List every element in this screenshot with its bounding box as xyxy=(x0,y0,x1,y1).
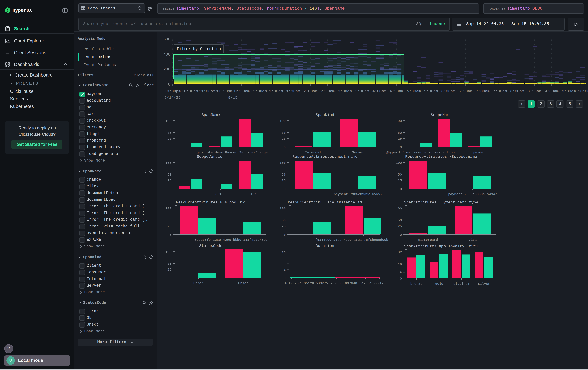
svg-text:25: 25 xyxy=(168,137,171,140)
svg-text:25: 25 xyxy=(282,137,286,140)
svg-text:0: 0 xyxy=(284,145,286,149)
svg-text:Filter by Selection: Filter by Selection xyxy=(177,47,221,51)
svg-text:0: 0 xyxy=(169,276,171,280)
svg-text:999176: 999176 xyxy=(373,281,386,285)
svg-text:4: 4 xyxy=(284,268,286,272)
svg-text:7:00am: 7:00am xyxy=(476,89,490,93)
svg-text:ScopeVersion: ScopeVersion xyxy=(197,155,225,159)
svg-text:50: 50 xyxy=(168,173,171,177)
svg-text:payment-7985c8969c-mwmw7: payment-7985c8969c-mwmw7 xyxy=(448,192,497,196)
svg-text:50: 50 xyxy=(282,131,286,135)
svg-text:0: 0 xyxy=(400,277,402,280)
svg-text:600: 600 xyxy=(163,37,170,41)
svg-text:0.1.0: 0.1.0 xyxy=(215,192,225,196)
svg-text:807648: 807648 xyxy=(345,281,357,285)
svg-text:gold: gold xyxy=(435,282,443,286)
svg-text:100: 100 xyxy=(396,161,402,165)
svg-text:50: 50 xyxy=(168,131,171,135)
svg-text:ResourceAttributes.k8s.pod.nam: ResourceAttributes.k8s.pod.name xyxy=(405,155,477,159)
svg-text:50: 50 xyxy=(282,219,286,222)
svg-text:100: 100 xyxy=(280,119,286,123)
svg-text:ResourceAttribu..ice.instance.: ResourceAttribu..ice.instance.id xyxy=(288,200,362,205)
svg-text:1019375: 1019375 xyxy=(284,281,298,285)
svg-text:4:30am: 4:30am xyxy=(390,89,403,93)
svg-text:9:30am: 9:30am xyxy=(562,89,576,93)
svg-text:f5344ec9-a1ea-4290-a62a-78f5be: f5344ec9-a1ea-4290-a62a-78f5bee8d90b xyxy=(315,238,388,242)
svg-text:100: 100 xyxy=(165,119,171,123)
svg-text:25: 25 xyxy=(282,179,286,182)
svg-text:1405128: 1405128 xyxy=(300,281,314,285)
svg-text:4:00am: 4:00am xyxy=(372,89,386,93)
svg-text:16: 16 xyxy=(398,262,402,266)
svg-text:25: 25 xyxy=(398,224,402,228)
svg-text:50: 50 xyxy=(168,219,171,222)
svg-text:ResourceAttributes.host.name: ResourceAttributes.host.name xyxy=(292,155,357,159)
svg-text:759085: 759085 xyxy=(330,281,343,285)
svg-text:5:00am: 5:00am xyxy=(407,89,421,93)
svg-text:50: 50 xyxy=(398,173,402,177)
svg-text:12:00am: 12:00am xyxy=(233,89,250,93)
svg-text:0: 0 xyxy=(284,187,286,191)
svg-text:100: 100 xyxy=(280,161,286,165)
svg-text:ResourceAttributes.k8s.pod.uid: ResourceAttributes.k8s.pod.uid xyxy=(176,200,246,205)
svg-text:0: 0 xyxy=(169,145,171,149)
svg-text:12:30am: 12:30am xyxy=(251,89,267,93)
svg-text:StatusCode: StatusCode xyxy=(199,244,222,248)
svg-text:SpanAttributes.app.loyalty.lev: SpanAttributes.app.loyalty.level xyxy=(404,244,478,249)
svg-text:grpc.oteldemo.PaymentService/C: grpc.oteldemo.PaymentService/Charge xyxy=(197,150,268,154)
svg-text:583275: 583275 xyxy=(316,281,328,285)
svg-text:7:30am: 7:30am xyxy=(493,89,507,93)
svg-text:3:30am: 3:30am xyxy=(355,89,369,93)
svg-text:SpanAttributes...yment.card_ty: SpanAttributes...yment.card_type xyxy=(404,200,478,205)
svg-text:5e02b5fb-13ae-4296-bbbc-111f42: 5e02b5fb-13ae-4296-bbbc-111f423c460d xyxy=(195,238,268,242)
svg-text:0: 0 xyxy=(400,145,402,149)
svg-text:SpanKind: SpanKind xyxy=(315,113,334,117)
svg-text:payment: payment xyxy=(473,150,487,154)
svg-text:50: 50 xyxy=(398,219,402,222)
svg-text:0: 0 xyxy=(168,82,170,87)
svg-text:25: 25 xyxy=(168,179,171,182)
svg-text:ScopeName: ScopeName xyxy=(431,113,452,117)
svg-text:50: 50 xyxy=(168,262,171,266)
svg-text:842654: 842654 xyxy=(359,281,372,285)
svg-text:25: 25 xyxy=(398,179,402,182)
svg-text:8: 8 xyxy=(400,271,402,274)
svg-text:silver: silver xyxy=(478,282,490,286)
svg-text:32: 32 xyxy=(398,250,402,254)
svg-text:200: 200 xyxy=(163,67,170,72)
svg-text:9/14/25: 9/14/25 xyxy=(164,96,181,100)
svg-text:25: 25 xyxy=(398,137,402,140)
svg-text:6:30am: 6:30am xyxy=(459,89,472,93)
svg-text:0.51.1: 0.51.1 xyxy=(244,192,257,196)
svg-text:Unset: Unset xyxy=(238,281,248,285)
svg-text:platinum: platinum xyxy=(453,282,470,286)
svg-text:100: 100 xyxy=(165,250,171,254)
svg-text:0: 0 xyxy=(169,187,171,191)
svg-text:payment-7985c8969c-mwmw7: payment-7985c8969c-mwmw7 xyxy=(334,192,382,196)
svg-text:1:30am: 1:30am xyxy=(286,89,300,93)
svg-text:2:30am: 2:30am xyxy=(321,89,335,93)
svg-text:11:00pm: 11:00pm xyxy=(199,89,215,93)
svg-text:6:00am: 6:00am xyxy=(441,89,455,93)
svg-text:16: 16 xyxy=(282,251,286,254)
svg-text:100: 100 xyxy=(396,207,402,210)
svg-text:10:00pm: 10:00pm xyxy=(165,89,181,93)
svg-text:Duration: Duration xyxy=(315,244,334,248)
svg-text:3:00am: 3:00am xyxy=(338,89,352,93)
svg-text:1:00am: 1:00am xyxy=(269,89,283,93)
svg-text:8:00am: 8:00am xyxy=(510,89,524,93)
svg-text:@hyperdx/instrumentation-excep: @hyperdx/instrumentation-exception xyxy=(386,150,455,154)
svg-text:100: 100 xyxy=(165,161,171,165)
svg-text:Server: Server xyxy=(352,150,364,154)
svg-text:9:00am: 9:00am xyxy=(545,89,558,93)
svg-text:SpanName: SpanName xyxy=(201,113,220,117)
svg-text:400: 400 xyxy=(163,52,170,57)
svg-text:visa: visa xyxy=(469,238,477,242)
svg-text:25: 25 xyxy=(282,224,286,228)
svg-text:50: 50 xyxy=(282,173,286,177)
svg-text:Internal: Internal xyxy=(305,150,321,154)
svg-text:10:30pm: 10:30pm xyxy=(182,89,198,93)
svg-text:0: 0 xyxy=(284,233,286,237)
svg-text:25: 25 xyxy=(168,224,171,228)
svg-text:0: 0 xyxy=(169,233,171,237)
